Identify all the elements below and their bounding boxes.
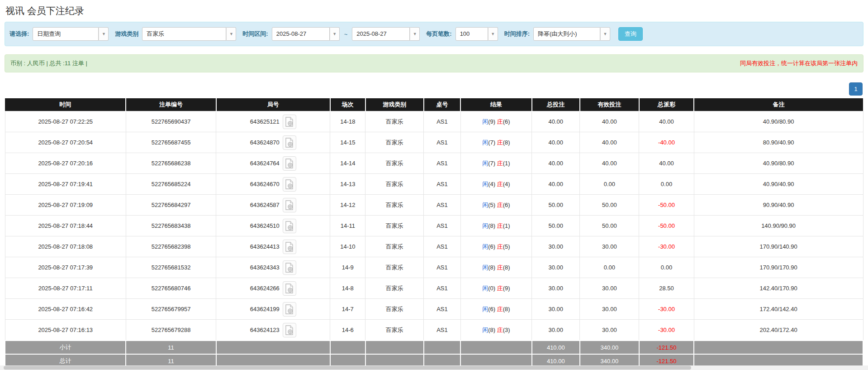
cell-bet-id: 522765687455 [126, 132, 216, 153]
chevron-down-icon[interactable]: ▼ [330, 27, 340, 41]
horizontal-scrollbar-thumb[interactable] [4, 366, 691, 370]
round-video-button[interactable] [283, 219, 296, 233]
table-row: 2025-08-27 07:18:08 522765682398 6436244… [5, 236, 863, 257]
page-size-value[interactable]: 100 [455, 27, 488, 41]
round-video-button[interactable] [283, 198, 296, 212]
cell-table-no: AS1 [424, 257, 461, 278]
cell-game-type: 百家乐 [365, 299, 424, 320]
pagination: 1 [5, 82, 863, 96]
date-to-value[interactable]: 2025-08-27 [352, 27, 410, 41]
sort-order-select[interactable]: 降幂(由大到小) ▼ [533, 27, 610, 41]
date-from-select[interactable]: 2025-08-27 ▼ [272, 27, 340, 41]
video-file-icon [285, 138, 294, 148]
cell-remark: 90.90/40.90 [694, 195, 863, 216]
cell-total-bet[interactable]: 40.00 [532, 132, 580, 153]
sort-order-value[interactable]: 降幂(由大到小) [533, 27, 600, 41]
cell-session: 14-7 [330, 299, 365, 320]
cell-total-bet[interactable]: 40.00 [532, 153, 580, 174]
result-banker-label: 庄 [497, 181, 503, 187]
cell-round-id: 643624510 [216, 216, 330, 236]
cell-time: 2025-08-27 07:22:25 [5, 111, 126, 132]
round-id-value: 643624413 [250, 243, 280, 250]
result-banker-label: 庄 [497, 285, 503, 292]
page-size-select[interactable]: 100 ▼ [455, 27, 498, 41]
cell-round-id: 643625121 [216, 111, 330, 132]
cell-total-bet[interactable]: 30.00 [532, 278, 580, 299]
round-video-button[interactable] [283, 156, 296, 171]
cell-total-bet[interactable]: 30.00 [532, 236, 580, 257]
cell-valid-bet: 40.00 [580, 153, 639, 174]
cell-total-bet[interactable]: 40.00 [532, 111, 580, 132]
chevron-down-icon[interactable]: ▼ [99, 27, 109, 41]
round-video-button[interactable] [283, 115, 296, 129]
query-type-select[interactable]: 日期查询 ▼ [33, 27, 109, 41]
chevron-down-icon[interactable]: ▼ [410, 27, 420, 41]
video-file-icon [285, 221, 294, 231]
result-banker-score: (8) [503, 306, 510, 312]
round-video-button[interactable] [283, 240, 296, 254]
query-button[interactable]: 查询 [618, 27, 643, 41]
cell-session: 14-18 [330, 111, 365, 132]
page-1-button[interactable]: 1 [849, 82, 863, 96]
cell-total-bet[interactable]: 30.00 [532, 257, 580, 278]
round-id-value: 643624670 [250, 181, 280, 187]
page-size-label: 每页笔数: [426, 30, 451, 38]
chevron-down-icon[interactable]: ▼ [488, 27, 498, 41]
cell-round-id: 643624123 [216, 320, 330, 341]
cell-time: 2025-08-27 07:18:08 [5, 236, 126, 257]
cell-remark: 172.40/142.40 [694, 299, 863, 320]
cell-valid-bet: 30.00 [580, 299, 639, 320]
cell-time: 2025-08-27 07:18:44 [5, 216, 126, 236]
cell-bet-id: 522765682398 [126, 236, 216, 257]
game-type-select[interactable]: 百家乐 ▼ [142, 27, 236, 41]
cell-total-bet[interactable]: 30.00 [532, 320, 580, 341]
video-file-icon [285, 325, 294, 335]
subtotal-payout: -121.50 [639, 341, 694, 354]
date-to-select[interactable]: 2025-08-27 ▼ [352, 27, 420, 41]
round-video-button[interactable] [283, 323, 296, 337]
date-from-value[interactable]: 2025-08-27 [272, 27, 330, 41]
chevron-down-icon[interactable]: ▼ [600, 27, 610, 41]
round-video-button[interactable] [283, 135, 296, 150]
subtotal-valid-bet: 340.00 [580, 341, 639, 354]
cell-total-bet[interactable]: 40.00 [532, 174, 580, 195]
cell-game-type: 百家乐 [365, 132, 424, 153]
horizontal-scrollbar[interactable] [0, 365, 868, 370]
cell-result: 闲(6) 庄(8) [460, 299, 531, 320]
cell-session: 14-9 [330, 257, 365, 278]
result-banker-label: 庄 [497, 202, 503, 208]
cell-game-type: 百家乐 [365, 236, 424, 257]
round-video-button[interactable] [283, 177, 296, 192]
cell-round-id: 643624413 [216, 236, 330, 257]
cell-total-bet[interactable]: 30.00 [532, 299, 580, 320]
cell-bet-id: 522765679288 [126, 320, 216, 341]
table-row: 2025-08-27 07:17:39 522765681532 6436243… [5, 257, 863, 278]
subtotal-remark [694, 341, 863, 354]
round-id-value: 643624199 [250, 306, 280, 312]
cell-game-type: 百家乐 [365, 174, 424, 195]
query-type-value[interactable]: 日期查询 [33, 27, 99, 41]
cell-payout: -50.00 [639, 216, 694, 236]
table-row: 2025-08-27 07:18:44 522765683438 6436245… [5, 216, 863, 236]
cell-bet-id: 522765683438 [126, 216, 216, 236]
result-banker-label: 庄 [497, 306, 503, 312]
table-row: 2025-08-27 07:16:13 522765679288 6436241… [5, 320, 863, 341]
round-video-button[interactable] [283, 281, 296, 296]
result-banker-label: 庄 [497, 264, 503, 271]
cell-total-bet[interactable]: 50.00 [532, 216, 580, 236]
date-range-separator: ~ [344, 31, 348, 38]
cell-table-no: AS1 [424, 153, 461, 174]
subtotal-row: 小计 11 410.00 340.00 -121.50 [5, 341, 863, 354]
cell-time: 2025-08-27 07:17:11 [5, 278, 126, 299]
result-player-score: (0) [488, 285, 495, 292]
chevron-down-icon[interactable]: ▼ [226, 27, 236, 41]
result-player-score: (6) [488, 243, 495, 250]
game-type-value[interactable]: 百家乐 [142, 27, 226, 41]
cell-round-id: 643624764 [216, 153, 330, 174]
round-video-button[interactable] [283, 260, 296, 275]
cell-game-type: 百家乐 [365, 216, 424, 236]
cell-total-bet[interactable]: 50.00 [532, 195, 580, 216]
time-range-label: 时间区间: [242, 30, 268, 38]
result-banker-score: (6) [503, 202, 510, 208]
round-video-button[interactable] [283, 302, 296, 317]
